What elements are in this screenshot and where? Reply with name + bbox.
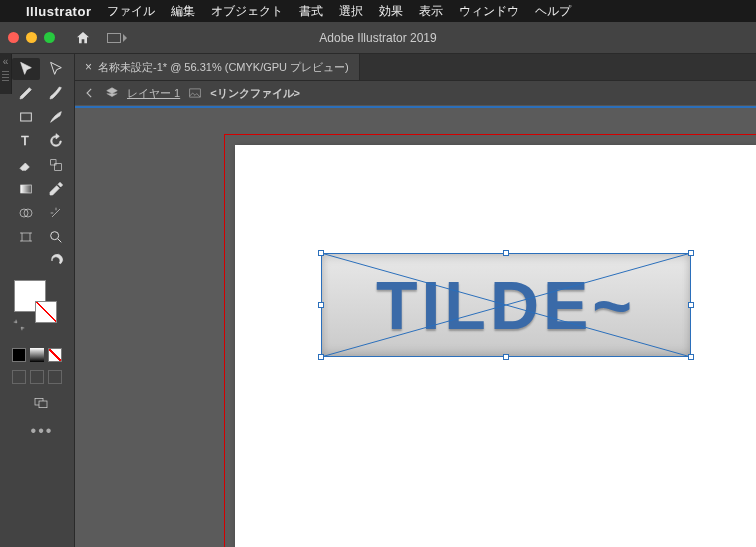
document-tabs: × 名称未設定-1* @ 56.31% (CMYK/GPU プレビュー) — [75, 54, 756, 80]
menu-type[interactable]: 書式 — [299, 3, 323, 20]
handle-bot-right[interactable] — [688, 354, 694, 360]
layer-name[interactable]: レイヤー 1 — [127, 86, 180, 101]
none-mode[interactable] — [48, 348, 62, 362]
eyedropper-tool[interactable] — [42, 178, 70, 200]
curvature-tool[interactable] — [42, 82, 70, 104]
canvas[interactable]: TILDE~ — [75, 106, 756, 547]
type-tool[interactable]: T — [12, 130, 40, 152]
link-diagonals — [321, 253, 691, 357]
window-controls — [8, 32, 55, 43]
color-mode-row — [12, 348, 72, 362]
linked-image-icon — [188, 86, 202, 100]
app-topbar: Adobe Illustrator 2019 — [0, 22, 756, 54]
back-arrow-icon[interactable] — [83, 86, 97, 100]
swap-fill-stroke[interactable] — [12, 318, 26, 332]
zoom-tool[interactable] — [42, 226, 70, 248]
svg-rect-7 — [22, 233, 30, 241]
handle-top-mid[interactable] — [503, 250, 509, 256]
menu-help[interactable]: ヘルプ — [535, 3, 571, 20]
paintbrush-tool[interactable] — [42, 106, 70, 128]
menu-view[interactable]: 表示 — [419, 3, 443, 20]
collapsed-panel-strip[interactable] — [0, 54, 12, 94]
menu-file[interactable]: ファイル — [107, 3, 155, 20]
handle-mid-left[interactable] — [318, 302, 324, 308]
home-icon[interactable] — [75, 30, 91, 46]
symbol-sprayer-tool[interactable] — [42, 202, 70, 224]
svg-rect-10 — [39, 401, 47, 408]
gradient-tool[interactable] — [12, 178, 40, 200]
gradient-mode[interactable] — [30, 348, 44, 362]
draw-behind[interactable] — [30, 370, 44, 384]
draw-inside[interactable] — [48, 370, 62, 384]
menu-object[interactable]: オブジェクト — [211, 3, 283, 20]
change-screen-mode[interactable] — [12, 392, 70, 414]
layers-icon[interactable] — [105, 86, 119, 100]
menu-window[interactable]: ウィンドウ — [459, 3, 519, 20]
link-file-label[interactable]: <リンクファイル> — [210, 86, 300, 101]
handle-bot-mid[interactable] — [503, 354, 509, 360]
stroke-swatch[interactable] — [35, 301, 57, 323]
screen-modes — [12, 370, 72, 384]
document-tab-label: 名称未設定-1* @ 56.31% (CMYK/GPU プレビュー) — [98, 60, 349, 75]
svg-rect-0 — [21, 113, 32, 121]
cycle-tool[interactable] — [42, 250, 70, 272]
selection-tool[interactable] — [12, 58, 40, 80]
svg-point-8 — [51, 232, 59, 240]
artboard[interactable]: TILDE~ — [235, 145, 756, 547]
svg-rect-2 — [51, 160, 56, 165]
menu-edit[interactable]: 編集 — [171, 3, 195, 20]
menu-select[interactable]: 選択 — [339, 3, 363, 20]
workspace: × 名称未設定-1* @ 56.31% (CMYK/GPU プレビュー) レイヤ… — [75, 54, 756, 547]
handle-top-right[interactable] — [688, 250, 694, 256]
control-bar: レイヤー 1 <リンクファイル> — [75, 80, 756, 106]
direct-selection-tool[interactable] — [42, 58, 70, 80]
shape-builder-tool[interactable] — [12, 202, 40, 224]
color-fill-mode[interactable] — [12, 348, 26, 362]
minimize-window[interactable] — [26, 32, 37, 43]
arrange-documents[interactable] — [107, 33, 127, 43]
document-tab[interactable]: × 名称未設定-1* @ 56.31% (CMYK/GPU プレビュー) — [75, 54, 360, 80]
svg-rect-4 — [21, 185, 32, 193]
menu-effect[interactable]: 効果 — [379, 3, 403, 20]
rectangle-tool[interactable] — [12, 106, 40, 128]
close-window[interactable] — [8, 32, 19, 43]
rotate-tool[interactable] — [42, 130, 70, 152]
handle-top-left[interactable] — [318, 250, 324, 256]
scale-tool[interactable] — [42, 154, 70, 176]
tools-panel: T — [0, 54, 75, 547]
macos-menubar: Illustrator ファイル 編集 オブジェクト 書式 選択 効果 表示 ウ… — [0, 0, 756, 22]
app-name[interactable]: Illustrator — [26, 4, 91, 19]
eraser-tool[interactable] — [12, 154, 40, 176]
artboard-tool[interactable] — [12, 226, 40, 248]
ruler-edge — [75, 106, 756, 108]
edit-toolbar[interactable]: ••• — [12, 422, 72, 440]
maximize-window[interactable] — [44, 32, 55, 43]
draw-normal[interactable] — [12, 370, 26, 384]
svg-text:T: T — [21, 134, 29, 148]
fill-swatch[interactable] — [14, 280, 46, 312]
placed-linked-image[interactable]: TILDE~ — [321, 253, 691, 357]
handle-mid-right[interactable] — [688, 302, 694, 308]
handle-bot-left[interactable] — [318, 354, 324, 360]
close-tab-icon[interactable]: × — [85, 60, 92, 74]
pen-tool[interactable] — [12, 82, 40, 104]
